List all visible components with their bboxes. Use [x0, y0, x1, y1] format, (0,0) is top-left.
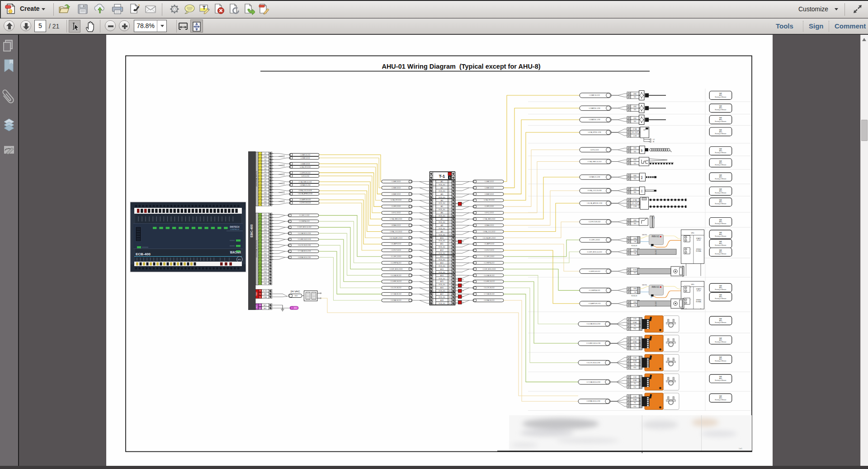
- svg-text:E.S. SUP: E.S. SUP: [632, 202, 638, 204]
- svg-text:SIG: SIG: [634, 151, 637, 153]
- svg-text:SIGNAL: SIGNAL: [696, 250, 702, 252]
- svg-text:Existing to Remain: Existing to Remain: [715, 133, 726, 135]
- svg-text:RIBU1C: RIBU1C: [651, 286, 660, 288]
- svg-text:O-4,OAD,M,10-2/18: O-4,OAD,M,10-2/18: [586, 323, 600, 325]
- svg-text:GND: GND: [264, 293, 267, 295]
- svg-text:36: 36: [449, 290, 451, 292]
- svg-text:59: 59: [259, 268, 261, 270]
- svg-text:ECB_400: ECB_400: [439, 197, 445, 198]
- svg-text:Existing to Remain: Existing to Remain: [715, 298, 726, 300]
- svg-text:12: 12: [259, 186, 261, 188]
- svg-text:I-3,MAT,2/2/22: I-3,MAT,2/2/22: [392, 193, 401, 195]
- svg-text:AI3: AI3: [441, 193, 443, 195]
- svg-text:30: 30: [449, 272, 451, 273]
- svg-text:56: 56: [259, 259, 261, 261]
- svg-text:24 VAC: 24 VAC: [291, 290, 300, 293]
- svg-text:3: 3: [259, 159, 260, 161]
- svg-text:UO6: UO6: [264, 244, 267, 246]
- svg-text:I-1,MAT,2/2/22: I-1,MAT,2/2/22: [485, 181, 494, 183]
- svg-text:64: 64: [259, 283, 261, 285]
- svg-text:5 NO: 5 NO: [633, 396, 637, 398]
- svg-text:5 NO: 5 NO: [633, 338, 637, 339]
- svg-text:Existing to Remain: Existing to Remain: [715, 322, 726, 324]
- svg-text:34: 34: [449, 284, 451, 286]
- svg-text:I-7,SA_SMK,14-2/22: I-7,SA_SMK,14-2/22: [587, 161, 601, 163]
- svg-text:O-1,SFC,2/2/22: O-1,SFC,2/2/22: [391, 256, 401, 258]
- svg-text:O-2,HWP,A-2/22: O-2,HWP,A-2/22: [299, 220, 310, 222]
- svg-text:AO3: AO3: [440, 268, 443, 270]
- svg-text:21: 21: [449, 243, 451, 245]
- svg-text:I-10,OA_AFS,NC-2/18: I-10,OA_AFS,NC-2/18: [587, 202, 602, 204]
- svg-text:28: 28: [449, 265, 451, 267]
- svg-text:AI1: AI1: [441, 181, 443, 183]
- svg-text:1: 1: [449, 181, 450, 183]
- svg-text:ACTUATOR: ACTUATOR: [639, 359, 641, 366]
- svg-text:Existing to Remain: Existing to Remain: [715, 253, 726, 255]
- svg-text:I-8,RAH,21-2/18: I-8,RAH,21-2/18: [300, 184, 310, 186]
- svg-text:26: 26: [449, 259, 451, 261]
- svg-text:RD/BLUE: RD/BLUE: [631, 295, 637, 297]
- svg-text:NET: NET: [256, 305, 258, 308]
- svg-text:WH/YEL: WH/YEL: [642, 234, 647, 236]
- svg-text:GND: GND: [264, 265, 267, 267]
- svg-text:UI12: UI12: [264, 204, 267, 206]
- svg-text:UNIVERSAL OUTPUTS: UNIVERSAL OUTPUTS: [256, 240, 258, 258]
- svg-text:29: 29: [449, 268, 451, 270]
- svg-text:DISTECH: DISTECH: [230, 226, 240, 228]
- svg-text:PG: PG: [634, 344, 636, 346]
- svg-text:I-1,MAT,2/2/22: I-1,MAT,2/2/22: [392, 181, 401, 183]
- svg-text:61: 61: [259, 274, 261, 276]
- svg-text:F5V: F5V: [634, 406, 637, 408]
- svg-text:O-6,CVC,M,2/22: O-6,CVC,M,2/22: [484, 287, 495, 289]
- svg-text:Existing to Remain: Existing to Remain: [715, 121, 726, 122]
- svg-text:ECB_400: ECB_400: [439, 303, 445, 305]
- svg-text:Existing to Remain: Existing to Remain: [715, 235, 726, 237]
- svg-text:SIG: SIG: [634, 223, 637, 225]
- svg-text:O-3,SF_MOD,14-2/22: O-3,SF_MOD,14-2/22: [587, 251, 602, 253]
- svg-text:23: 23: [449, 249, 451, 251]
- svg-text:I-1,MAT,24-2/22: I-1,MAT,24-2/22: [589, 94, 600, 96]
- svg-text:55: 55: [259, 256, 261, 258]
- svg-text:17: 17: [449, 231, 451, 233]
- svg-text:24: 24: [449, 253, 451, 254]
- svg-text:ECB_400: ECB_400: [439, 215, 445, 217]
- svg-text:24 VAC: 24 VAC: [632, 128, 637, 130]
- svg-text:WH/YEL: WH/YEL: [642, 284, 647, 286]
- svg-text:17: 17: [259, 201, 261, 203]
- svg-text:ECB_400: ECB_400: [439, 202, 445, 204]
- svg-text:UO12: UO12: [264, 280, 267, 281]
- svg-text:ECB_400: ECB_400: [439, 296, 445, 298]
- svg-text:O-7,OAD,M,10-2/18: O-7,OAD,M,10-2/18: [298, 250, 311, 252]
- svg-text:I-2,MAT,2/2/22: I-2,MAT,2/2/22: [392, 187, 401, 189]
- svg-text:I-6,FCZ,2/2/22: I-6,FCZ,2/2/22: [392, 212, 401, 214]
- svg-text:O-7,OAD,M,2/22: O-7,OAD,M,2/22: [484, 293, 495, 295]
- svg-text:Y/B: Y/B: [634, 291, 636, 293]
- svg-text:O-6,CVC,M,22-2/18: O-6,CVC,M,22-2/18: [298, 244, 311, 246]
- svg-text:6: 6: [259, 168, 260, 170]
- svg-text:GND: GND: [633, 93, 637, 95]
- svg-text:HI: HI: [653, 141, 654, 143]
- svg-text:AI2: AI2: [441, 187, 443, 189]
- svg-text:UI9: UI9: [264, 189, 266, 191]
- svg-text:18: 18: [449, 234, 451, 236]
- svg-text:F5V: F5V: [634, 386, 637, 388]
- svg-text:I-5,SFR,2/2/22: I-5,SFR,2/2/22: [485, 206, 494, 207]
- svg-text:AI11: AI11: [440, 243, 443, 245]
- svg-text:SIG: SIG: [634, 163, 637, 164]
- svg-text:Existing to Remain: Existing to Remain: [715, 164, 726, 166]
- svg-text:27: 27: [449, 262, 451, 264]
- svg-text:UI8: UI8: [264, 186, 266, 188]
- svg-text:2: 2: [449, 184, 450, 186]
- svg-text:3: 3: [449, 187, 450, 189]
- svg-text:+: +: [690, 236, 691, 238]
- svg-text:AI9: AI9: [441, 231, 443, 233]
- svg-text:I-11,AMP,5/8-2/22: I-11,AMP,5/8-2/22: [589, 303, 601, 305]
- svg-text:I-8,RAH,2/2/22: I-8,RAH,2/2/22: [391, 225, 401, 226]
- svg-text:PG: PG: [634, 383, 636, 385]
- svg-text:PWR: PWR: [256, 292, 258, 296]
- svg-text:49: 49: [259, 238, 261, 239]
- svg-text:41: 41: [259, 214, 261, 216]
- svg-text:-: -: [690, 239, 691, 241]
- svg-text:42: 42: [259, 217, 261, 219]
- svg-text:GND: GND: [633, 301, 637, 303]
